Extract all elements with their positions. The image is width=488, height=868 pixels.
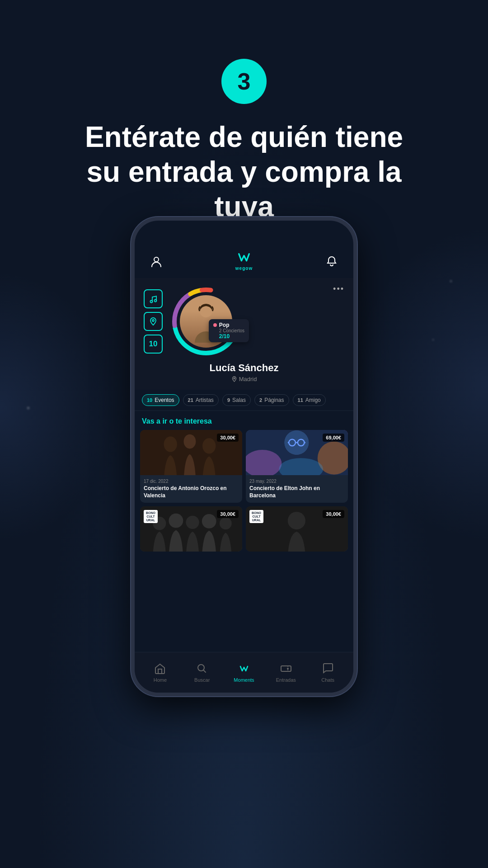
nav-search-label: Buscar (194, 677, 210, 683)
bg-light-3 (27, 407, 29, 409)
location-text: Madrid (239, 376, 257, 382)
event-card-solo[interactable]: BONOCULTURAL 30,00€ (246, 506, 348, 552)
nav-moments[interactable]: Moments (223, 662, 265, 683)
genre-concerts: 2 Conciertos (219, 328, 244, 333)
location-icon-badge[interactable] (144, 312, 163, 331)
event-name-elton: Concierto de Elton John en Barcelona (249, 485, 344, 499)
svg-point-1 (150, 301, 153, 303)
pop-dot (213, 323, 217, 327)
event-image-elton: 69,00€ (246, 430, 348, 475)
svg-point-12 (184, 434, 196, 449)
stat-number-badge[interactable]: 10 (144, 335, 163, 354)
profile-icon[interactable] (147, 252, 165, 270)
svg-point-25 (186, 516, 199, 529)
stat-number: 10 (149, 340, 158, 349)
filter-tabs: 10 Eventos 21 Artistas 9 Salas 2 Páginas… (135, 390, 353, 411)
bottom-nav: Home Buscar Moments (135, 652, 353, 693)
tab-amigos[interactable]: 11 Amigo (293, 394, 326, 406)
tab-eventos[interactable]: 10 Eventos (142, 394, 179, 406)
tab-salas[interactable]: 9 Salas (222, 394, 251, 406)
price-elton: 69,00€ (323, 434, 344, 442)
event-image-band: BONOCULTURAL 30,00€ (140, 506, 242, 552)
bono-badge-band: BONOCULTURAL (144, 510, 158, 523)
svg-point-2 (155, 300, 157, 302)
price-band: 30,00€ (217, 510, 239, 518)
pop-text: Pop 2 Conciertos 2/10 (219, 322, 244, 340)
phone-mockup: wegow ••• (131, 217, 357, 696)
event-image-antonio: 30,00€ (140, 430, 242, 475)
nav-chats[interactable]: Chats (307, 662, 349, 683)
tab-artistas[interactable]: 21 Artistas (183, 394, 219, 406)
home-icon (154, 662, 166, 675)
nav-tickets-label: Entradas (276, 677, 296, 683)
chats-icon (322, 662, 334, 675)
profile-section: ••• (135, 278, 353, 390)
svg-point-9 (234, 378, 235, 379)
crowd-left (0, 271, 113, 542)
events-grid: 30,00€ 17 dic. 2022 Concierto de Antonio… (135, 430, 353, 552)
left-icons: 10 (144, 289, 163, 354)
nav-chats-label: Chats (321, 677, 334, 683)
phone-screen: wegow ••• (135, 221, 353, 693)
step-number: 3 (238, 68, 251, 95)
event-info-antonio: 17 dic. 2022 Concierto de Antonio Orozco… (140, 475, 242, 503)
user-info: Lucía Sánchez Madrid (144, 362, 344, 382)
svg-point-27 (220, 518, 232, 530)
main-title: Entérate de quién tiene su entrada y com… (59, 120, 429, 224)
logo-text: wegow (235, 266, 253, 271)
nav-moments-label: Moments (234, 677, 254, 683)
profile-content: 10 (144, 285, 344, 358)
genre-count: 2/10 (219, 333, 244, 340)
genre-tooltip: Pop 2 Conciertos 2/10 (209, 319, 249, 342)
event-info-elton: 23 may. 2022 Concierto de Elton John en … (246, 475, 348, 503)
event-image-solo: BONOCULTURAL 30,00€ (246, 506, 348, 552)
section-title: Vas a ir o te interesa (135, 411, 353, 430)
price-solo: 30,00€ (323, 510, 344, 518)
bg-light-2 (432, 339, 434, 340)
app-logo: wegow (235, 251, 253, 271)
search-icon (196, 662, 208, 675)
event-name-antonio: Concierto de Antonio Orozco en Valencia (144, 485, 239, 499)
music-icon-badge[interactable] (144, 289, 163, 308)
moments-icon (238, 662, 250, 675)
tab-paginas[interactable]: 2 Páginas (254, 394, 289, 406)
title-line2: su entrada y compra la tuya (86, 156, 401, 223)
svg-point-3 (152, 320, 154, 321)
event-card-band[interactable]: BONOCULTURAL 30,00€ (140, 506, 242, 552)
step-circle: 3 (221, 59, 267, 104)
nav-home-label: Home (154, 677, 167, 683)
svg-point-13 (202, 438, 216, 453)
title-line1: Entérate de quién tiene (85, 121, 403, 153)
genre-label: Pop (219, 322, 244, 328)
svg-point-24 (169, 514, 183, 528)
svg-point-26 (202, 514, 216, 528)
svg-point-11 (164, 437, 177, 452)
event-card-elton[interactable]: 69,00€ 23 may. 2022 Concierto de Elton J… (246, 430, 348, 503)
svg-point-32 (287, 668, 289, 670)
tickets-icon (280, 662, 292, 675)
more-options[interactable]: ••• (333, 284, 344, 294)
user-name: Lucía Sánchez (144, 362, 344, 374)
svg-point-29 (288, 512, 305, 529)
svg-point-0 (154, 257, 159, 262)
user-location: Madrid (144, 376, 344, 382)
crowd-right (352, 226, 488, 542)
nav-search[interactable]: Buscar (181, 662, 223, 683)
svg-rect-31 (281, 666, 291, 671)
bg-light-1 (450, 280, 452, 282)
event-date-elton: 23 may. 2022 (249, 479, 344, 484)
event-card-antonio[interactable]: 30,00€ 17 dic. 2022 Concierto de Antonio… (140, 430, 242, 503)
notification-icon[interactable] (323, 252, 341, 270)
nav-tickets[interactable]: Entradas (265, 662, 307, 683)
bono-badge-solo: BONOCULTURAL (249, 510, 263, 523)
nav-home[interactable]: Home (139, 662, 181, 683)
event-date-antonio: 17 dic. 2022 (144, 479, 239, 484)
price-antonio: 30,00€ (217, 434, 239, 442)
avatar-ring: Pop 2 Conciertos 2/10 (170, 285, 242, 358)
phone-notch (215, 228, 273, 241)
